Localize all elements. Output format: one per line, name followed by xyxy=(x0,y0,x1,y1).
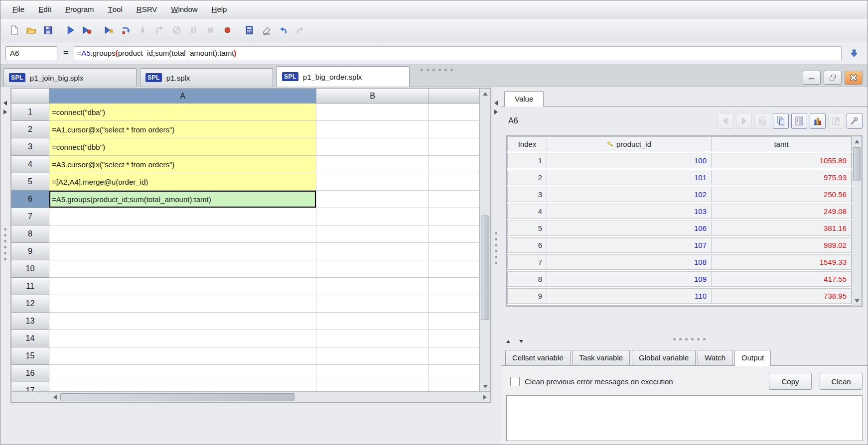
menu-file[interactable]: File xyxy=(5,0,31,18)
expand-right-icon[interactable] xyxy=(3,110,7,114)
header-product_id[interactable]: product_id xyxy=(547,136,712,151)
undo-icon[interactable] xyxy=(276,23,290,38)
cell-a2[interactable]: =A1.cursor@x("select * from orders") xyxy=(49,121,316,138)
cell-b9[interactable] xyxy=(316,243,429,260)
cell-b11[interactable] xyxy=(316,278,429,295)
column-header-partial[interactable] xyxy=(429,89,479,104)
copy-button[interactable]: Copy xyxy=(769,373,812,390)
editor-tab[interactable]: SPLp1_join_big.splx xyxy=(3,68,137,87)
detail-view-icon[interactable] xyxy=(791,113,807,129)
cell-a15[interactable] xyxy=(49,347,316,365)
row-header-15[interactable]: 15 xyxy=(11,347,49,365)
cell-tamt[interactable]: 738.95 xyxy=(712,288,852,304)
cell-a10[interactable] xyxy=(49,260,316,278)
collapse-left-icon[interactable] xyxy=(3,101,7,106)
table-scroll-down-icon[interactable] xyxy=(852,296,862,306)
cell-a4[interactable]: =A3.cursor@x("select * from orders") xyxy=(49,156,316,173)
cell-b4[interactable] xyxy=(316,156,429,173)
cell-product-id[interactable]: 100 xyxy=(547,153,712,168)
expand-panel-icon[interactable] xyxy=(494,110,498,114)
cell-a14[interactable] xyxy=(49,330,316,347)
cell-b7[interactable] xyxy=(316,208,429,225)
grid-vscroll-thumb[interactable] xyxy=(481,216,489,320)
cell-x15[interactable] xyxy=(429,347,479,365)
cell-b10[interactable] xyxy=(316,260,429,278)
cell-a5[interactable]: =[A2,A4].merge@u(order_id) xyxy=(49,173,316,191)
row-header-7[interactable]: 7 xyxy=(11,208,49,225)
row-header-9[interactable]: 9 xyxy=(11,243,49,260)
cell-index[interactable]: 8 xyxy=(507,271,547,287)
menu-rsrv[interactable]: RSRV xyxy=(130,0,164,18)
cell-index[interactable]: 2 xyxy=(507,170,547,185)
bottom-splitter-handle[interactable] xyxy=(673,338,706,340)
cell-x12[interactable] xyxy=(429,295,479,313)
row-header-1[interactable]: 1 xyxy=(11,104,49,121)
cell-x6[interactable] xyxy=(429,191,479,208)
cell-tamt[interactable]: 417.55 xyxy=(712,271,852,287)
cell-x13[interactable] xyxy=(429,313,479,330)
cell-tamt[interactable]: 1055.89 xyxy=(712,153,852,168)
cell-b15[interactable] xyxy=(316,347,429,365)
close-icon[interactable] xyxy=(845,71,863,85)
menu-tool[interactable]: Tool xyxy=(101,0,130,18)
row-header-10[interactable]: 10 xyxy=(11,260,49,278)
grid-vertical-scrollbar[interactable] xyxy=(479,89,490,391)
header-index[interactable]: Index xyxy=(507,136,547,151)
cell-x7[interactable] xyxy=(429,208,479,225)
calculator-icon[interactable] xyxy=(242,23,257,38)
restore-icon[interactable] xyxy=(824,71,842,85)
row-header-17[interactable]: 17 xyxy=(11,382,49,391)
cell-x5[interactable] xyxy=(429,173,479,191)
cell-b3[interactable] xyxy=(316,138,429,156)
cell-a12[interactable] xyxy=(49,295,316,313)
left-splitter-handle[interactable] xyxy=(4,228,6,260)
row-header-11[interactable]: 11 xyxy=(11,278,49,295)
clean-button[interactable]: Clean xyxy=(820,373,863,390)
cell-b14[interactable] xyxy=(316,330,429,347)
cell-x16[interactable] xyxy=(429,365,479,382)
row-header-5[interactable]: 5 xyxy=(11,173,49,191)
table-scroll-up-icon[interactable] xyxy=(852,136,862,146)
cell-b8[interactable] xyxy=(316,225,429,243)
cell-index[interactable]: 3 xyxy=(507,187,547,202)
cell-index[interactable]: 6 xyxy=(507,237,547,253)
tab-output[interactable]: Output xyxy=(734,350,771,366)
row-header-14[interactable]: 14 xyxy=(11,330,49,347)
save-icon[interactable] xyxy=(40,23,55,38)
header-tamt[interactable]: tamt xyxy=(712,136,852,151)
cell-index[interactable]: 7 xyxy=(507,254,547,270)
tabstrip-drag-handle[interactable] xyxy=(421,69,453,71)
cell-x10[interactable] xyxy=(429,260,479,278)
corner-cell[interactable] xyxy=(11,89,49,104)
cell-index[interactable]: 4 xyxy=(507,204,547,219)
editor-tab[interactable]: SPLp1_big_order.splx xyxy=(277,66,410,87)
cell-x1[interactable] xyxy=(429,104,479,121)
cell-x9[interactable] xyxy=(429,243,479,260)
center-splitter[interactable] xyxy=(491,88,501,445)
cell-reference-input[interactable]: A6 xyxy=(5,46,57,60)
value-table-scrollbar[interactable] xyxy=(852,136,862,306)
menu-window[interactable]: Window xyxy=(164,0,204,18)
cell-product-id[interactable]: 110 xyxy=(547,288,712,304)
scroll-left-icon[interactable] xyxy=(49,392,60,402)
row-header-16[interactable]: 16 xyxy=(11,365,49,382)
cell-a6[interactable]: =A5.groups(product_id;sum(total_amount):… xyxy=(49,191,316,208)
scroll-right-icon[interactable] xyxy=(479,392,490,402)
clear-icon[interactable] xyxy=(259,23,274,38)
cell-a11[interactable] xyxy=(49,278,316,295)
row-header-8[interactable]: 8 xyxy=(11,225,49,243)
cell-tamt[interactable]: 250.56 xyxy=(712,187,852,202)
table-vscroll-thumb[interactable] xyxy=(853,147,861,181)
tab-global-variable[interactable]: Global variable xyxy=(632,350,696,365)
run-to-cursor-icon[interactable] xyxy=(101,23,116,38)
cell-index[interactable] xyxy=(507,305,547,306)
clean-errors-checkbox[interactable] xyxy=(510,377,520,386)
bottom-splitter[interactable] xyxy=(501,336,868,346)
cell-x4[interactable] xyxy=(429,156,479,173)
row-header-4[interactable]: 4 xyxy=(11,156,49,173)
tab-watch[interactable]: Watch xyxy=(698,350,732,365)
cell-product-id[interactable]: 101 xyxy=(547,170,712,185)
cell-tamt[interactable]: 975.93 xyxy=(712,170,852,185)
cell-tamt[interactable]: 1549.33 xyxy=(712,254,852,270)
cell-product-id[interactable]: 108 xyxy=(547,254,712,270)
